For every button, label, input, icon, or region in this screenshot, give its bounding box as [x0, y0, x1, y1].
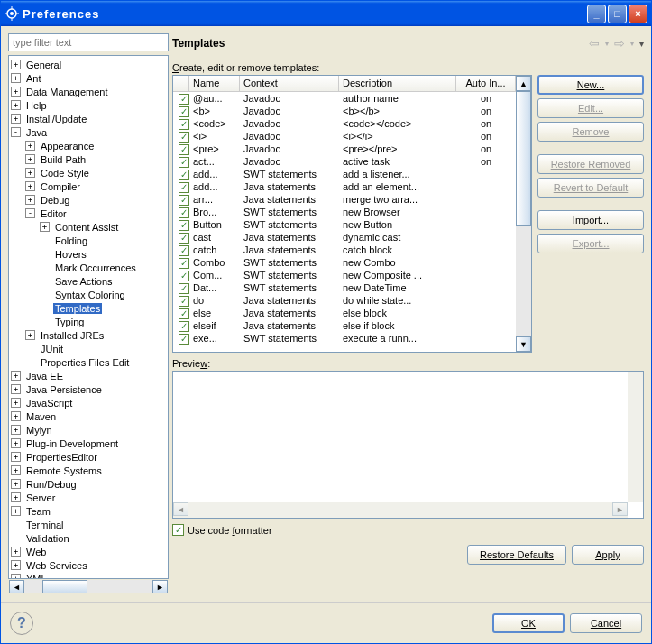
col-description[interactable]: Description: [339, 76, 456, 91]
table-row[interactable]: ComboSWT statementsnew Combo: [173, 256, 516, 269]
row-checkbox[interactable]: [179, 220, 189, 231]
tree-item[interactable]: +Java Persistence: [11, 382, 166, 396]
tree-item[interactable]: +Team: [11, 504, 166, 518]
tree-label[interactable]: Run/Debug: [24, 479, 78, 490]
row-checkbox[interactable]: [179, 296, 189, 307]
expand-icon[interactable]: +: [11, 479, 21, 489]
tree-item[interactable]: +Plug-in Development: [11, 437, 166, 450]
table-row[interactable]: catchJava statementscatch block: [173, 244, 516, 256]
expand-icon[interactable]: +: [11, 438, 21, 448]
row-checkbox[interactable]: [179, 245, 189, 256]
table-row[interactable]: ButtonSWT statementsnew Button: [173, 218, 516, 231]
tree-item[interactable]: +Remote Systems: [11, 464, 166, 477]
tree-item[interactable]: Folding: [11, 234, 166, 247]
col-checkbox[interactable]: [173, 76, 189, 91]
tree-label[interactable]: Help: [24, 100, 49, 111]
collapse-icon[interactable]: -: [11, 127, 21, 137]
use-formatter-checkbox[interactable]: [172, 524, 184, 536]
expand-icon[interactable]: +: [11, 547, 21, 557]
tree-item[interactable]: +Installed JREs: [11, 328, 166, 342]
tree-label[interactable]: Server: [24, 492, 57, 503]
expand-icon[interactable]: +: [25, 154, 35, 164]
row-checkbox[interactable]: [179, 157, 189, 168]
row-checkbox[interactable]: [179, 233, 189, 244]
tree-label[interactable]: Editor: [39, 208, 69, 219]
table-row[interactable]: add...SWT statementsadd a listener...: [173, 168, 516, 180]
preference-tree[interactable]: +General+Ant+Data Management+Help+Instal…: [8, 55, 169, 579]
tree-item[interactable]: +Appearance: [11, 139, 166, 152]
tree-label[interactable]: General: [24, 60, 63, 70]
tree-item[interactable]: +Help: [11, 98, 166, 112]
tree-item[interactable]: +Maven: [11, 409, 166, 423]
tree-label[interactable]: Typing: [53, 317, 86, 327]
table-row[interactable]: <i>Javadoc<i></i>on: [173, 130, 516, 143]
tree-item[interactable]: +PropertiesEditor: [11, 450, 166, 464]
tree-item[interactable]: +Ant: [11, 71, 166, 85]
expand-icon[interactable]: +: [40, 222, 50, 232]
tree-item[interactable]: +General: [11, 58, 166, 71]
table-row[interactable]: Dat...SWT statementsnew DateTime: [173, 281, 516, 294]
back-arrow-icon[interactable]: ⇦: [589, 36, 600, 51]
col-context[interactable]: Context: [240, 76, 339, 91]
table-row[interactable]: <code>Javadoc<code></code>on: [173, 117, 516, 130]
scroll-left-button[interactable]: ◄: [9, 580, 24, 593]
tree-label[interactable]: Data Management: [24, 87, 110, 97]
tree-item[interactable]: Terminal: [11, 518, 166, 531]
tree-label[interactable]: JavaScript: [24, 398, 74, 409]
forward-arrow-icon[interactable]: ⇨: [614, 36, 625, 51]
view-menu-icon[interactable]: ▾: [639, 39, 644, 49]
tree-label[interactable]: Java EE: [24, 371, 65, 382]
export-button[interactable]: Export...: [537, 234, 644, 253]
tree-item[interactable]: +Java EE: [11, 369, 166, 382]
tree-item[interactable]: JUnit: [11, 342, 166, 355]
tree-label[interactable]: Content Assist: [53, 222, 120, 233]
filter-input[interactable]: [8, 33, 169, 51]
table-row[interactable]: elseJava statementselse block: [173, 307, 516, 319]
table-row[interactable]: castJava statementsdynamic cast: [173, 231, 516, 244]
expand-icon[interactable]: +: [11, 452, 21, 462]
expand-icon[interactable]: +: [11, 73, 21, 83]
tree-item[interactable]: +Data Management: [11, 85, 166, 98]
tree-item[interactable]: Typing: [11, 315, 166, 328]
tree-item[interactable]: -Java: [11, 125, 166, 139]
row-checkbox[interactable]: [179, 144, 189, 155]
tree-item[interactable]: -Editor: [11, 207, 166, 220]
tree-label[interactable]: Java: [24, 127, 49, 138]
tree-label[interactable]: Mylyn: [24, 425, 54, 436]
tree-item[interactable]: +Content Assist: [11, 220, 166, 234]
table-row[interactable]: arr...Java statementsmerge two arra...: [173, 193, 516, 206]
scroll-track[interactable]: [516, 91, 531, 336]
tree-label[interactable]: Compiler: [39, 181, 82, 192]
row-checkbox[interactable]: [179, 207, 189, 218]
expand-icon[interactable]: +: [11, 411, 21, 421]
revert-default-button[interactable]: Revert to Default: [537, 178, 644, 198]
expand-icon[interactable]: +: [11, 371, 21, 381]
tree-label[interactable]: JUnit: [39, 344, 65, 354]
table-row[interactable]: add...Java statementsadd an element...: [173, 180, 516, 193]
table-vertical-scrollbar[interactable]: ▲ ▼: [516, 76, 531, 352]
edit-button[interactable]: Edit...: [537, 98, 644, 118]
expand-icon[interactable]: +: [11, 60, 21, 69]
expand-icon[interactable]: +: [25, 195, 35, 205]
tree-label[interactable]: Build Path: [39, 154, 87, 165]
tree-label[interactable]: Validation: [24, 533, 71, 544]
tree-label[interactable]: Folding: [53, 235, 89, 246]
tree-label[interactable]: PropertiesEditor: [24, 452, 99, 463]
tree-label[interactable]: Remote Systems: [24, 465, 104, 476]
tree-label[interactable]: Terminal: [24, 520, 66, 530]
table-row[interactable]: <pre>Javadoc<pre></pre>on: [173, 143, 516, 155]
collapse-icon[interactable]: -: [25, 208, 35, 218]
tree-label[interactable]: Save Actions: [53, 276, 115, 287]
tree-item[interactable]: +Code Style: [11, 166, 166, 179]
tree-label[interactable]: Plug-in Development: [24, 438, 120, 449]
tree-item[interactable]: Save Actions: [11, 274, 166, 288]
tree-label[interactable]: Web Services: [24, 560, 89, 571]
table-row[interactable]: @au...Javadocauthor nameon: [173, 92, 516, 105]
scroll-right-button[interactable]: ►: [612, 502, 628, 516]
tree-label[interactable]: Hovers: [53, 249, 88, 260]
row-checkbox[interactable]: [179, 182, 189, 193]
col-name[interactable]: Name: [189, 76, 240, 91]
row-checkbox[interactable]: [179, 132, 189, 143]
tree-item[interactable]: +Build Path: [11, 152, 166, 166]
tree-label[interactable]: Properties Files Edit: [39, 357, 131, 368]
